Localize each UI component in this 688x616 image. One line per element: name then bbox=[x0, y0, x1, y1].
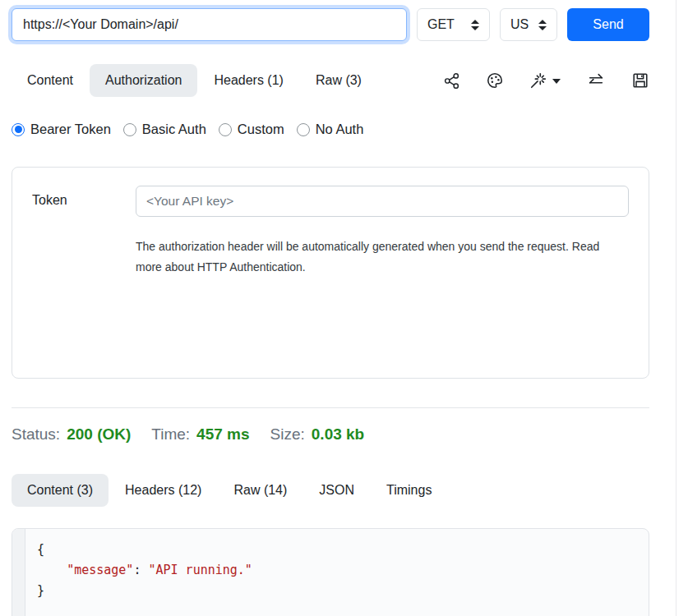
auth-helper-text: The authorization header will be automat… bbox=[136, 237, 617, 278]
tab-content[interactable]: Content bbox=[12, 64, 89, 97]
dropdown-caret-icon bbox=[552, 79, 561, 84]
status-value: 200 (OK) bbox=[67, 425, 131, 443]
radio-basic-auth[interactable]: Basic Auth bbox=[123, 122, 206, 137]
url-input[interactable] bbox=[12, 8, 407, 41]
radio-custom[interactable]: Custom bbox=[219, 122, 284, 137]
status-label: Status: bbox=[12, 425, 60, 443]
token-label: Token bbox=[32, 186, 136, 378]
send-button[interactable]: Send bbox=[567, 8, 649, 41]
resp-tab-headers[interactable]: Headers (12) bbox=[109, 474, 217, 507]
resp-tab-timings[interactable]: Timings bbox=[371, 474, 447, 507]
response-json: { "message": "API running." } bbox=[25, 529, 649, 616]
resp-tab-content[interactable]: Content (3) bbox=[12, 474, 109, 507]
token-input[interactable] bbox=[136, 186, 629, 217]
palette-icon[interactable] bbox=[486, 71, 504, 90]
radio-unselected-icon bbox=[297, 123, 310, 136]
response-tabs-row: Content (3) Headers (12) Raw (14) JSON T… bbox=[12, 474, 649, 507]
radio-label: No Auth bbox=[316, 122, 364, 137]
json-indent bbox=[37, 563, 67, 577]
region-select[interactable]: US bbox=[500, 8, 557, 41]
share-icon[interactable] bbox=[443, 72, 460, 90]
toolbar-icon-group bbox=[443, 71, 649, 90]
select-updown-icon bbox=[538, 20, 547, 30]
request-tabs-row: Content Authorization Headers (1) Raw (3… bbox=[12, 64, 649, 97]
select-updown-icon bbox=[471, 20, 479, 30]
json-separator: : bbox=[133, 563, 148, 577]
swap-arrows-icon[interactable] bbox=[586, 71, 606, 90]
method-select[interactable]: GET bbox=[417, 8, 490, 41]
radio-unselected-icon bbox=[219, 123, 232, 136]
time-label: Time: bbox=[151, 425, 190, 443]
json-close-brace: } bbox=[37, 583, 44, 598]
json-value: "API running." bbox=[148, 563, 252, 577]
page-right-divider bbox=[676, 0, 676, 616]
region-select-value: US bbox=[510, 17, 529, 32]
magic-wand-dropdown-icon[interactable] bbox=[529, 71, 561, 90]
size-label: Size: bbox=[270, 425, 305, 443]
radio-selected-icon bbox=[12, 123, 25, 136]
response-status-row: Status:200 (OK) Time:457 ms Size:0.03 kb bbox=[12, 425, 649, 444]
tab-headers[interactable]: Headers (1) bbox=[198, 64, 298, 97]
radio-label: Custom bbox=[238, 122, 284, 137]
response-body-panel: { "message": "API running." } bbox=[12, 528, 649, 616]
method-select-value: GET bbox=[427, 17, 455, 32]
radio-label: Bearer Token bbox=[30, 122, 111, 137]
code-gutter bbox=[12, 529, 25, 616]
radio-label: Basic Auth bbox=[142, 122, 206, 137]
auth-type-options: Bearer Token Basic Auth Custom No Auth bbox=[12, 122, 649, 137]
save-icon[interactable] bbox=[631, 71, 649, 90]
section-divider bbox=[12, 407, 649, 408]
json-open-brace: { bbox=[37, 542, 44, 557]
json-key: "message" bbox=[67, 563, 133, 577]
request-bar: GET US Send bbox=[12, 8, 649, 41]
tab-raw[interactable]: Raw (3) bbox=[300, 64, 377, 97]
size-value: 0.03 kb bbox=[312, 425, 364, 443]
resp-tab-json[interactable]: JSON bbox=[303, 474, 370, 507]
radio-bearer-token[interactable]: Bearer Token bbox=[12, 122, 111, 137]
authorization-panel: Token The authorization header will be a… bbox=[12, 167, 649, 379]
time-value: 457 ms bbox=[196, 425, 249, 443]
radio-unselected-icon bbox=[123, 123, 136, 136]
resp-tab-raw[interactable]: Raw (14) bbox=[218, 474, 302, 507]
tab-authorization[interactable]: Authorization bbox=[90, 64, 197, 97]
radio-no-auth[interactable]: No Auth bbox=[297, 122, 364, 137]
api-tester-page: GET US Send Content Authorization Header… bbox=[0, 0, 688, 616]
